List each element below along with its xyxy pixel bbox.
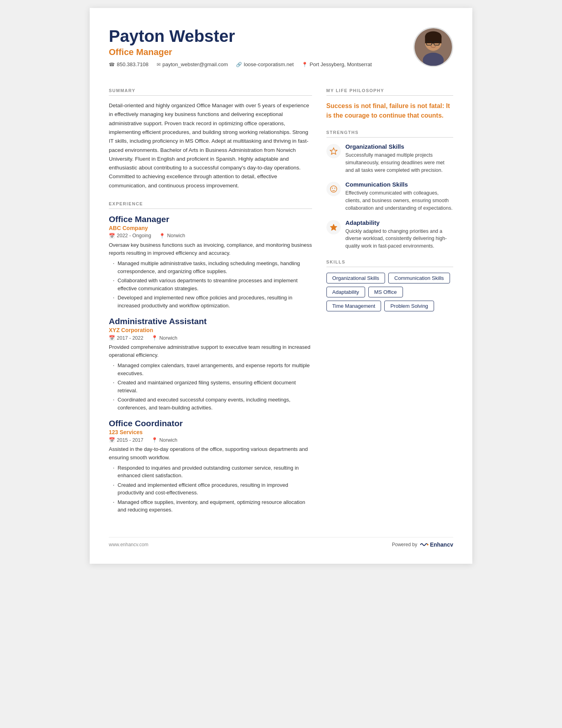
exp-meta-1: 📅 2017 - 2022 📍 Norwich	[109, 335, 312, 341]
skill-tag-0: Organizational Skills	[326, 273, 385, 283]
contact-email: ✉ payton_webster@gmail.com	[157, 61, 228, 67]
skill-tag-5: Problem Solving	[384, 301, 434, 311]
exp-desc-2: Assisted in the day-to-day operations of…	[109, 445, 312, 461]
bullet-item: Created and maintained organized filing …	[113, 379, 312, 394]
strength-icon-1	[326, 182, 341, 196]
strength-item-2: Adaptability Quickly adapted to changing…	[326, 219, 453, 250]
candidate-job-title: Office Manager	[109, 47, 405, 57]
bullet-item: Managed complex calendars, travel arrang…	[113, 362, 312, 377]
bullet-item: Responded to inquiries and provided outs…	[113, 464, 312, 480]
pin-icon-1: 📍	[151, 335, 158, 341]
header-left: Payton Webster Office Manager ☎ 850.383.…	[109, 27, 405, 67]
skills-grid: Organizational Skills Communication Skil…	[326, 273, 453, 311]
left-column: SUMMARY Detail-oriented and highly organ…	[109, 79, 312, 521]
exp-title-2: Office Coordinator	[109, 419, 312, 428]
summary-divider	[109, 95, 312, 96]
calendar-icon-0: 📅	[109, 233, 115, 239]
exp-date-0: 📅 2022 - Ongoing	[109, 233, 151, 239]
strength-icon-2	[326, 220, 341, 234]
exp-date-1: 📅 2017 - 2022	[109, 335, 143, 341]
summary-text: Detail-oriented and highly organized Off…	[109, 101, 312, 190]
skill-tag-1: Communication Skills	[388, 273, 450, 283]
exp-bullets-0: Managed multiple administrative tasks, i…	[109, 260, 312, 309]
exp-meta-2: 📅 2015 - 2017 📍 Norwich	[109, 437, 312, 443]
exp-location-1: 📍 Norwich	[151, 335, 177, 341]
location-icon: 📍	[302, 62, 308, 67]
footer-brand: Powered by Enhancv	[392, 541, 453, 548]
exp-title-1: Administrative Assistant	[109, 317, 312, 326]
calendar-icon-2: 📅	[109, 437, 115, 443]
svg-point-10	[332, 188, 332, 189]
experience-item-0: Office Manager ABC Company 📅 2022 - Ongo…	[109, 214, 312, 309]
exp-bullets-1: Managed complex calendars, travel arrang…	[109, 362, 312, 411]
svg-marker-12	[330, 224, 337, 230]
exp-bullets-2: Responded to inquiries and provided outs…	[109, 464, 312, 514]
exp-desc-0: Oversaw key business functions such as i…	[109, 241, 312, 257]
strengths-label: STRENGTHS	[326, 130, 453, 135]
strength-icon-0	[326, 144, 341, 158]
exp-company-2: 123 Services	[109, 429, 312, 435]
strength-title-1: Communication Skills	[346, 181, 453, 188]
exp-company-1: XYZ Corporation	[109, 327, 312, 333]
strength-content-0: Organizational Skills Successfully manag…	[346, 143, 453, 174]
main-content: SUMMARY Detail-oriented and highly organ…	[109, 79, 453, 521]
strength-desc-1: Effectively communicated with colleagues…	[346, 189, 453, 212]
strength-title-2: Adaptability	[346, 219, 453, 226]
contact-row: ☎ 850.383.7108 ✉ payton_webster@gmail.co…	[109, 61, 405, 67]
summary-label: SUMMARY	[109, 88, 312, 93]
experience-label: EXPERIENCE	[109, 201, 312, 206]
strength-desc-0: Successfully managed multiple projects s…	[346, 152, 453, 174]
bullet-item: Coordinated and executed successful comp…	[113, 396, 312, 411]
contact-phone: ☎ 850.383.7108	[109, 61, 149, 67]
strengths-divider	[326, 137, 453, 138]
bullet-item: Managed office supplies, inventory, and …	[113, 498, 312, 514]
strength-item-1: Communication Skills Effectively communi…	[326, 181, 453, 212]
bullet-item: Managed multiple administrative tasks, i…	[113, 260, 312, 275]
contact-website: 🔗 loose-corporatism.net	[236, 61, 294, 67]
exp-title-0: Office Manager	[109, 214, 312, 224]
philosophy-quote: Success is not final, failure is not fat…	[326, 101, 453, 120]
candidate-name: Payton Webster	[109, 27, 405, 45]
skill-tag-4: Time Management	[326, 301, 381, 311]
philosophy-label: MY LIFE PHILOSOPHY	[326, 88, 453, 93]
svg-point-9	[330, 186, 337, 192]
strength-desc-2: Quickly adapted to changing priorities a…	[346, 228, 453, 250]
powered-by-text: Powered by	[392, 542, 417, 547]
exp-meta-0: 📅 2022 - Ongoing 📍 Norwich	[109, 233, 312, 239]
exp-desc-1: Provided comprehensive administrative su…	[109, 343, 312, 359]
svg-marker-8	[330, 148, 337, 154]
experience-divider	[109, 209, 312, 209]
email-icon: ✉	[157, 62, 161, 67]
strength-content-1: Communication Skills Effectively communi…	[346, 181, 453, 212]
web-icon: 🔗	[236, 62, 242, 67]
experience-item-1: Administrative Assistant XYZ Corporation…	[109, 317, 312, 411]
svg-point-11	[334, 188, 335, 189]
avatar	[413, 27, 453, 67]
header: Payton Webster Office Manager ☎ 850.383.…	[109, 27, 453, 67]
brand-name: Enhancv	[430, 541, 453, 548]
exp-location-2: 📍 Norwich	[151, 437, 177, 443]
exp-date-2: 📅 2015 - 2017	[109, 437, 143, 443]
footer-website: www.enhancv.com	[109, 542, 148, 547]
skill-tag-3: MS Office	[368, 287, 403, 297]
resume-container: Payton Webster Office Manager ☎ 850.383.…	[90, 8, 472, 564]
bullet-item: Collaborated with various departments to…	[113, 277, 312, 292]
philosophy-divider	[326, 95, 453, 96]
skill-tag-2: Adaptability	[326, 287, 365, 297]
footer: www.enhancv.com Powered by Enhancv	[109, 537, 453, 548]
strength-item-0: Organizational Skills Successfully manag…	[326, 143, 453, 174]
skills-label: SKILLS	[326, 260, 453, 264]
contact-location: 📍 Port Jessyberg, Montserrat	[302, 61, 372, 67]
calendar-icon-1: 📅	[109, 335, 115, 341]
exp-location-0: 📍 Norwich	[159, 233, 185, 239]
exp-company-0: ABC Company	[109, 225, 312, 231]
svg-point-13	[427, 544, 428, 545]
experience-item-2: Office Coordinator 123 Services 📅 2015 -…	[109, 419, 312, 514]
bullet-item: Created and implemented efficient office…	[113, 481, 312, 497]
strength-title-0: Organizational Skills	[346, 143, 453, 150]
strength-content-2: Adaptability Quickly adapted to changing…	[346, 219, 453, 250]
phone-icon: ☎	[109, 62, 115, 67]
right-column: MY LIFE PHILOSOPHY Success is not final,…	[326, 79, 453, 521]
pin-icon-2: 📍	[151, 437, 158, 443]
skills-divider	[326, 267, 453, 267]
